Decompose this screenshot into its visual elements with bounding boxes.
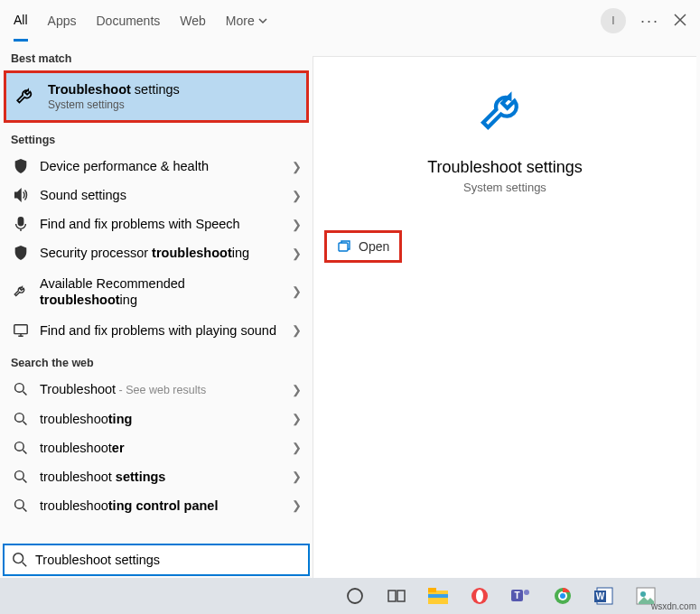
search-input[interactable] xyxy=(35,553,301,567)
svg-point-27 xyxy=(640,591,646,597)
svg-rect-10 xyxy=(388,591,396,601)
svg-point-8 xyxy=(14,554,23,563)
mic-icon xyxy=(11,216,31,232)
close-icon xyxy=(674,14,686,26)
settings-result-item[interactable]: Sound settings❯ xyxy=(0,181,313,209)
close-button[interactable] xyxy=(674,12,686,31)
web-result-item[interactable]: troubleshooter❯ xyxy=(0,433,313,462)
settings-result-item[interactable]: Find and fix problems with playing sound… xyxy=(0,315,313,346)
result-label: Available Recommended troubleshooting xyxy=(40,275,283,308)
tab-documents[interactable]: Documents xyxy=(96,0,160,42)
search-icon xyxy=(12,552,28,568)
svg-text:W: W xyxy=(596,591,605,601)
search-icon xyxy=(11,382,31,396)
settings-result-item[interactable]: Available Recommended troubleshooting❯ xyxy=(0,268,313,315)
result-label: Sound settings xyxy=(40,187,283,203)
cortana-icon[interactable] xyxy=(343,584,367,608)
chevron-right-icon: ❯ xyxy=(292,247,302,260)
tab-all[interactable]: All xyxy=(14,0,28,42)
svg-rect-0 xyxy=(18,218,23,226)
result-label: troubleshooting control panel xyxy=(40,498,283,514)
chevron-right-icon: ❯ xyxy=(292,470,302,483)
best-match-item[interactable]: Troubleshoot settings System settings xyxy=(4,70,309,123)
chrome-icon[interactable] xyxy=(551,584,574,608)
section-search-web: Search the web xyxy=(0,346,313,375)
result-label: Security processor troubleshooting xyxy=(40,245,283,261)
svg-point-4 xyxy=(15,442,24,451)
speaker-icon xyxy=(11,187,31,203)
chevron-right-icon: ❯ xyxy=(292,441,302,454)
search-icon xyxy=(11,441,31,455)
search-icon xyxy=(11,412,31,426)
shield-icon xyxy=(11,158,31,174)
task-view-icon[interactable] xyxy=(385,584,408,608)
chevron-right-icon: ❯ xyxy=(292,284,302,298)
opera-icon[interactable] xyxy=(468,584,491,608)
result-label: Troubleshoot - See web results xyxy=(40,381,283,398)
svg-rect-13 xyxy=(428,588,436,592)
watermark: wsxdn.com xyxy=(651,601,696,611)
tab-web[interactable]: Web xyxy=(180,0,206,42)
svg-point-2 xyxy=(15,384,24,393)
chevron-right-icon: ❯ xyxy=(292,189,302,202)
svg-point-9 xyxy=(348,589,362,603)
svg-rect-14 xyxy=(428,594,448,598)
file-explorer-icon[interactable] xyxy=(426,584,450,608)
result-label: troubleshooting xyxy=(40,411,283,427)
svg-rect-7 xyxy=(339,243,348,251)
avatar[interactable]: I xyxy=(601,8,626,33)
results-list: Best match Troubleshoot settings System … xyxy=(0,42,313,578)
wrench-icon xyxy=(11,284,31,300)
svg-point-3 xyxy=(15,413,24,422)
result-label: troubleshooter xyxy=(40,440,283,456)
web-result-item[interactable]: troubleshooting control panel❯ xyxy=(0,491,313,520)
svg-point-5 xyxy=(15,470,24,479)
taskbar: T W xyxy=(0,578,700,614)
wrench-icon xyxy=(14,85,39,108)
settings-result-item[interactable]: Device performance & health❯ xyxy=(0,152,313,181)
svg-point-19 xyxy=(524,590,529,595)
tab-apps[interactable]: Apps xyxy=(48,0,77,42)
result-label: Device performance & health xyxy=(40,158,283,174)
result-label: troubleshoot settings xyxy=(40,469,283,485)
open-icon xyxy=(337,239,351,254)
open-button[interactable]: Open xyxy=(324,230,402,263)
preview-subtitle: System settings xyxy=(313,181,696,194)
web-result-item[interactable]: troubleshoot settings❯ xyxy=(0,462,313,491)
open-label: Open xyxy=(359,239,389,254)
search-box[interactable] xyxy=(3,544,310,576)
wrench-icon xyxy=(476,84,534,142)
result-label: Find and fix problems with Speech xyxy=(40,216,283,232)
search-tabs: All Apps Documents Web More I ··· xyxy=(0,0,700,42)
settings-result-item[interactable]: Security processor troubleshooting❯ xyxy=(0,238,313,267)
svg-text:T: T xyxy=(514,591,519,600)
web-result-item[interactable]: troubleshooting❯ xyxy=(0,405,313,433)
settings-result-item[interactable]: Find and fix problems with Speech❯ xyxy=(0,209,313,238)
shield-icon xyxy=(11,245,31,261)
chevron-right-icon: ❯ xyxy=(292,383,302,396)
chevron-right-icon: ❯ xyxy=(292,498,302,512)
best-match-subtitle: System settings xyxy=(48,98,299,111)
svg-point-6 xyxy=(15,500,24,509)
word-icon[interactable]: W xyxy=(593,584,616,608)
teams-icon[interactable]: T xyxy=(509,584,533,608)
preview-title: Troubleshoot settings xyxy=(313,158,696,177)
search-icon xyxy=(11,470,31,484)
chevron-right-icon: ❯ xyxy=(292,323,302,337)
result-label: Find and fix problems with playing sound xyxy=(40,322,283,339)
section-best-match: Best match xyxy=(0,42,313,70)
svg-rect-11 xyxy=(397,591,405,601)
section-settings: Settings xyxy=(0,123,313,152)
monitor-icon xyxy=(11,322,31,339)
best-match-title: Troubleshoot settings xyxy=(48,82,299,97)
chevron-right-icon: ❯ xyxy=(292,218,302,231)
more-options-button[interactable]: ··· xyxy=(640,12,659,31)
chevron-right-icon: ❯ xyxy=(292,412,302,425)
preview-pane: Troubleshoot settings System settings Op… xyxy=(313,56,696,578)
chevron-down-icon xyxy=(258,16,267,25)
search-icon xyxy=(11,498,31,513)
tab-more[interactable]: More xyxy=(226,0,267,42)
web-result-item[interactable]: Troubleshoot - See web results❯ xyxy=(0,375,313,405)
svg-rect-1 xyxy=(14,325,27,334)
chevron-right-icon: ❯ xyxy=(292,160,302,173)
